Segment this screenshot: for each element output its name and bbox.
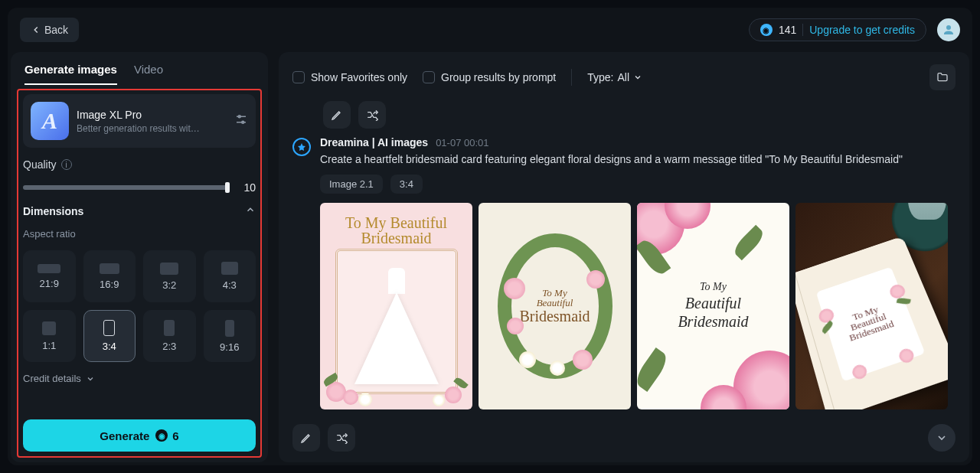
slider-thumb-icon[interactable] <box>225 182 230 193</box>
ratio-label: 16:9 <box>100 279 119 290</box>
generation-block: Dreamina | AI images 01-07 00:01 Create … <box>292 136 956 409</box>
credits-pill[interactable]: ◉ 141 Upgrade to get credits <box>749 18 926 41</box>
credit-details-label: Credit details <box>23 373 81 384</box>
ratio-label: 2:3 <box>162 341 176 352</box>
card-text: Bridesmaid <box>678 312 748 331</box>
regenerate-button[interactable] <box>358 101 386 129</box>
edit-button-bottom[interactable] <box>292 424 320 452</box>
aspect-ratio-grid: 21:9 16:9 3:2 4:3 1:1 3:4 2:3 9:16 <box>23 250 256 362</box>
folder-button[interactable] <box>929 64 956 90</box>
result-image-3[interactable]: To My Beautiful Bridesmaid <box>637 203 789 409</box>
expand-button[interactable] <box>928 424 956 452</box>
chevron-down-icon <box>633 73 642 82</box>
avatar[interactable] <box>937 18 960 41</box>
results-panel: Show Favorites only Group results by pro… <box>279 52 969 462</box>
quality-value: 10 <box>239 181 256 194</box>
result-image-4[interactable]: To My Beautiful Bridesmaid <box>795 203 948 409</box>
card-text: To My Beautiful <box>345 214 447 231</box>
model-logo-icon: A <box>31 102 69 140</box>
back-label: Back <box>44 24 68 36</box>
ratio-label: 21:9 <box>40 278 59 289</box>
checkbox-icon <box>423 71 435 83</box>
sidebar: Generate images Video A Image XL Pro Bet… <box>11 52 268 462</box>
quality-label: Quality <box>23 158 57 171</box>
filter-row: Show Favorites only Group results by pro… <box>292 64 956 90</box>
sidebar-tabs: Generate images Video <box>11 52 268 85</box>
shuffle-icon <box>335 432 348 444</box>
folder-icon <box>936 71 949 83</box>
card-text: Beautiful <box>678 294 748 312</box>
checkbox-icon <box>292 71 305 83</box>
ratio-label: 3:4 <box>103 341 116 352</box>
favorites-checkbox[interactable]: Show Favorites only <box>292 71 407 83</box>
tab-video[interactable]: Video <box>134 63 163 85</box>
divider <box>571 69 572 86</box>
thumbnail-row: To My Beautiful Bridesmaid <box>320 203 956 409</box>
card-text: Bridesmaid <box>361 230 431 246</box>
card-text: To My <box>678 281 748 294</box>
generate-button[interactable]: Generate ◉ 6 <box>23 419 256 452</box>
edit-button[interactable] <box>323 101 351 129</box>
regenerate-button-bottom[interactable] <box>328 424 355 452</box>
pencil-icon <box>331 109 343 121</box>
quality-label-row: Quality i <box>23 158 256 171</box>
tag-ratio[interactable]: 3:4 <box>390 175 423 194</box>
coin-icon: ◉ <box>760 24 773 36</box>
coin-icon: ◉ <box>155 429 168 442</box>
dimensions-section-toggle[interactable]: Dimensions <box>23 204 256 217</box>
topbar: Back ◉ 141 Upgrade to get credits <box>8 8 972 52</box>
chevron-down-icon <box>936 432 948 444</box>
result-image-1[interactable]: To My Beautiful Bridesmaid <box>320 203 472 409</box>
pencil-icon <box>300 432 312 444</box>
source-badge-icon <box>292 138 311 156</box>
generation-source: Dreamina | AI images <box>320 136 428 148</box>
ratio-9-16[interactable]: 9:16 <box>204 310 256 362</box>
card-text: Bridesmaid <box>519 308 590 325</box>
card-text: Beautiful <box>519 298 590 308</box>
model-name: Image XL Pro <box>77 109 227 121</box>
ratio-label: 3:2 <box>162 279 176 291</box>
group-label: Group results by prompt <box>441 71 556 83</box>
ratio-2-3[interactable]: 2:3 <box>143 310 196 362</box>
chevron-left-icon <box>31 24 41 35</box>
credit-details-toggle[interactable]: Credit details <box>23 373 256 384</box>
upgrade-link[interactable]: Upgrade to get credits <box>802 24 915 36</box>
model-subtitle: Better generation results wit… <box>77 123 227 134</box>
ratio-1-1[interactable]: 1:1 <box>23 310 76 362</box>
quality-slider[interactable] <box>23 185 228 190</box>
back-button[interactable]: Back <box>20 18 79 42</box>
type-filter[interactable]: Type: All <box>587 71 642 83</box>
credit-count: 141 <box>779 24 796 36</box>
generate-label: Generate <box>100 429 149 442</box>
model-selector[interactable]: A Image XL Pro Better generation results… <box>23 94 256 148</box>
generate-cost: 6 <box>172 429 178 442</box>
shuffle-icon <box>366 109 378 121</box>
card-text: To My <box>519 288 590 298</box>
ratio-3-2[interactable]: 3:2 <box>143 250 196 302</box>
group-by-prompt-checkbox[interactable]: Group results by prompt <box>423 71 556 83</box>
ratio-21-9[interactable]: 21:9 <box>23 250 76 302</box>
ratio-label: 1:1 <box>42 340 56 351</box>
ratio-3-4[interactable]: 3:4 <box>83 310 136 362</box>
chevron-down-icon <box>86 374 95 383</box>
type-value: All <box>617 71 629 83</box>
tag-model[interactable]: Image 2.1 <box>320 175 383 194</box>
ratio-4-3[interactable]: 4:3 <box>204 250 256 302</box>
aspect-ratio-label: Aspect ratio <box>23 228 256 240</box>
info-icon[interactable]: i <box>61 159 72 170</box>
favorites-label: Show Favorites only <box>311 71 407 83</box>
result-image-2[interactable]: To My Beautiful Bridesmaid <box>479 203 631 409</box>
ratio-16-9[interactable]: 16:9 <box>83 250 136 302</box>
type-label: Type: <box>587 71 613 83</box>
chevron-up-icon <box>245 204 256 217</box>
generation-prompt: Create a heartfelt bridesmaid card featu… <box>320 152 956 167</box>
generation-timestamp: 01-07 00:01 <box>436 137 488 148</box>
sliders-icon[interactable] <box>234 113 248 129</box>
ratio-label: 4:3 <box>223 279 237 291</box>
tab-generate-images[interactable]: Generate images <box>24 63 117 85</box>
dimensions-label: Dimensions <box>23 205 83 217</box>
ratio-label: 9:16 <box>220 341 239 353</box>
